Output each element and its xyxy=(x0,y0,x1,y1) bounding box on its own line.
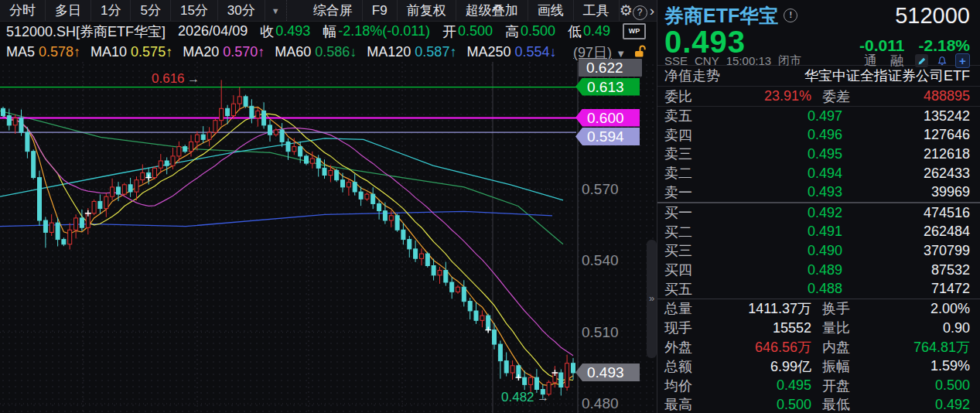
bid-row[interactable]: 买二0.491262484 xyxy=(657,223,980,242)
high-label: 高 xyxy=(505,22,519,41)
price-axis-label: 0.613 xyxy=(575,78,640,96)
toolbar-period[interactable]: 30分 xyxy=(218,0,265,21)
order-volume: 212618 xyxy=(842,146,970,162)
ma-legend-item: MA5 0.578↑ xyxy=(6,44,80,60)
edit-pencil-icon[interactable] xyxy=(915,54,928,67)
price-axis-label: 0.570 xyxy=(582,180,619,198)
candlestick-chart[interactable]: 0.616→0.482→ 0.6220.6130.6000.5940.5700.… xyxy=(0,62,657,413)
alert-bell-icon[interactable] xyxy=(935,54,948,67)
stat-value: 2.00% xyxy=(872,301,970,317)
order-level-label: 卖二 xyxy=(664,164,726,183)
stat-value: 764.81万 xyxy=(872,338,970,357)
currency-label: CNY xyxy=(695,54,719,67)
stats-row: 外盘646.56万内盘764.81万 xyxy=(657,338,980,357)
period-dropdown-caret-icon[interactable]: ▼ xyxy=(265,0,287,21)
price-axis-label: 0.480 xyxy=(582,394,619,412)
toolbar-tool[interactable]: 超级叠加 xyxy=(456,0,528,21)
order-price: 0.493 xyxy=(726,184,842,200)
ma-value: 0.586↓ xyxy=(315,44,357,60)
ma-legend-item: MA20 0.570↑ xyxy=(183,44,265,60)
ma-value: 0.570↑ xyxy=(223,44,265,60)
order-level-label: 卖三 xyxy=(664,145,726,163)
ma-label: MA60 xyxy=(275,44,315,60)
collapse-chevrons-icon: » xyxy=(647,292,657,304)
info-icon[interactable]: ! xyxy=(784,9,797,22)
open-value: 0.500 xyxy=(458,23,493,39)
stat-label: 总额 xyxy=(664,357,720,376)
panel-collapse-handle[interactable]: » xyxy=(647,240,657,358)
help-icon[interactable]: ? xyxy=(633,0,647,21)
settings-gear-icon[interactable]: ⚙ xyxy=(620,0,633,21)
ma-label: MA120 xyxy=(367,44,415,60)
chart-canvas[interactable]: 0.616→0.482→ xyxy=(0,62,657,413)
toolbar-period[interactable]: 1分 xyxy=(91,0,131,21)
symbol-title: 512000.SH[券商ETF华宝] xyxy=(6,22,166,41)
bid-row[interactable]: 买三0.490370799 xyxy=(657,241,980,261)
stat-value: 0.500 xyxy=(720,397,811,413)
stat-label: 振幅 xyxy=(822,357,872,376)
range-caret-icon: ▼ xyxy=(616,48,626,60)
weicha-value: 488895 xyxy=(872,88,970,104)
nav-row: 净值走势 华宝中证全指证券公司ETF xyxy=(657,66,980,87)
ask-row[interactable]: 卖二0.494262433 xyxy=(657,164,980,183)
wp-window-icon[interactable]: WP xyxy=(623,23,646,39)
svg-text:→: → xyxy=(187,72,200,85)
weibi-value: 23.91% xyxy=(720,88,811,104)
order-volume: 370799 xyxy=(842,243,970,259)
order-price: 0.495 xyxy=(726,146,842,162)
stat-value: 0.495 xyxy=(720,377,811,394)
ask-row[interactable]: 卖五0.497135242 xyxy=(657,107,980,126)
weibi-label: 委比 xyxy=(664,87,720,106)
bid-row[interactable]: 买五0.48871472 xyxy=(657,279,980,299)
stat-value: 6.99亿 xyxy=(720,357,811,376)
ma-value: 0.578↑ xyxy=(39,44,80,60)
ask-row[interactable]: 卖三0.495212618 xyxy=(657,145,980,164)
ma-legend-item: MA250 0.554↓ xyxy=(466,44,556,60)
order-volume: 262484 xyxy=(842,224,970,240)
toolbar-period[interactable]: 15分 xyxy=(171,0,218,21)
order-level-label: 买三 xyxy=(664,241,726,260)
change-value: -2.18%(-0.011) xyxy=(338,23,430,39)
order-volume: 262433 xyxy=(842,166,970,182)
last-price: 0.493 xyxy=(664,29,746,55)
toolbar-tool[interactable]: 综合屏 xyxy=(304,0,363,21)
toolbar-period[interactable]: 5分 xyxy=(131,0,170,21)
ask-row[interactable]: 卖四0.496127646 xyxy=(657,126,980,145)
nav-value: 华宝中证全指证券公司ETF xyxy=(804,67,970,85)
toolbar-tool[interactable]: 前复权 xyxy=(398,0,456,21)
price-axis-label: 0.540 xyxy=(582,251,619,269)
stat-label: 量比 xyxy=(822,319,872,337)
ma-label: MA250 xyxy=(466,44,514,60)
order-price: 0.491 xyxy=(726,224,842,240)
toolbar-tool[interactable]: 画线 xyxy=(528,0,574,21)
ma-legend-item: MA10 0.575↑ xyxy=(90,44,172,60)
stats-row: 总额6.99亿振幅1.59% xyxy=(657,357,980,376)
price-axis-label: 0.622 xyxy=(579,59,642,77)
toolbar-periods: 分时多日1分5分15分30分 xyxy=(0,0,265,21)
order-price: 0.488 xyxy=(726,281,842,297)
ma-value: 0.587↑ xyxy=(415,44,456,60)
stats-row: 最高0.500最低0.492 xyxy=(657,395,980,413)
change-label: 幅 xyxy=(323,22,336,41)
high-value: 0.500 xyxy=(521,23,555,39)
ma-label: MA10 xyxy=(90,44,131,60)
toolbar-more-icon[interactable]: › xyxy=(647,0,657,21)
ask-row[interactable]: 卖一0.49339969 xyxy=(657,183,980,202)
ma-label: MA5 xyxy=(6,44,39,60)
low-value: 0.49 xyxy=(583,23,610,39)
bid-row[interactable]: 买四0.48987532 xyxy=(657,261,980,280)
svg-text:0.616: 0.616 xyxy=(152,71,185,86)
toolbar-period[interactable]: 分时 xyxy=(0,0,46,21)
order-price: 0.490 xyxy=(726,243,842,259)
order-volume: 135242 xyxy=(842,108,970,125)
bid-row[interactable]: 买一0.492474516 xyxy=(657,203,980,223)
toolbar-period[interactable]: 多日 xyxy=(46,0,91,21)
toolbar-tool[interactable]: 工具 xyxy=(574,0,620,21)
toolbar-tool[interactable]: F9 xyxy=(363,0,398,21)
toolbar-tools: 综合屏F9前复权超级叠加画线工具 xyxy=(304,0,620,21)
quote-time: 15:00:13 xyxy=(726,54,771,67)
order-price: 0.496 xyxy=(726,127,842,143)
order-price: 0.489 xyxy=(726,262,842,278)
weicha-label: 委差 xyxy=(822,87,872,106)
symbol-info-bar: 512000.SH[券商ETF华宝] 2026/04/09 收 0.493 幅 … xyxy=(0,21,657,42)
